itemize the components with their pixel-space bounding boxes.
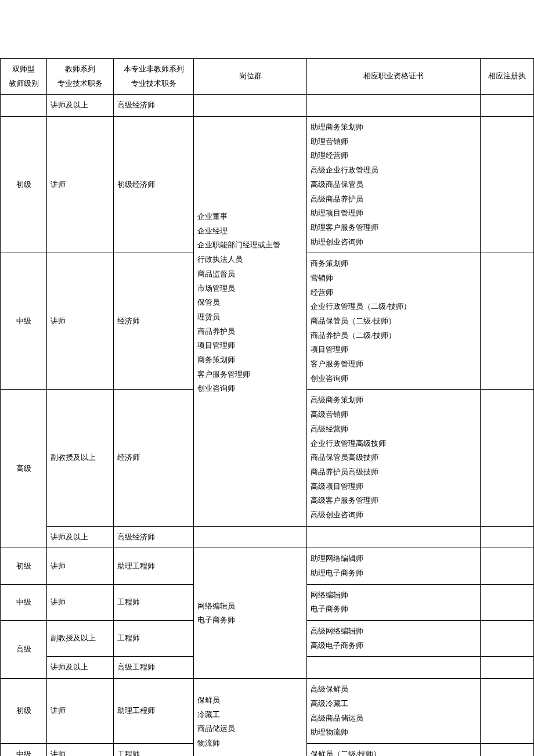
cell-nonteacher-title: 初级经济师 (114, 117, 194, 253)
cell-certs: 保鲜员（二级/技师） (307, 743, 481, 756)
header-nonteacher-title: 本专业非教师系列专业技术职务 (114, 59, 194, 95)
cell-certs (307, 657, 481, 679)
cell-nonteacher-title: 工程师 (114, 621, 194, 657)
cell-level: 初级 (1, 679, 47, 744)
cell-positions: 保鲜员冷藏工商品储运员物流师 (194, 679, 307, 756)
header-register: 相应注册执 (481, 59, 534, 95)
cell-positions (194, 526, 307, 548)
cell-teacher-title: 讲师 (47, 253, 114, 390)
cell-nonteacher-title: 工程师 (114, 743, 194, 756)
cell-register (481, 390, 534, 526)
cell-nonteacher-title: 高级工程师 (114, 657, 194, 679)
cell-nonteacher-title: 高级经济师 (114, 526, 194, 548)
header-row: 双师型教师级别 教师系列专业技术职务 本专业非教师系列专业技术职务 岗位群 相应… (1, 59, 534, 95)
cell-certs: 高级商务策划师高级营销师高级经营师企业行政管理高级技师商品保管员高级技师商品养护… (307, 390, 481, 526)
cell-register (481, 679, 534, 744)
cell-register (481, 548, 534, 584)
cell-register (481, 743, 534, 756)
cell-nonteacher-title: 助理工程师 (114, 679, 194, 744)
cell-level: 高级 (1, 621, 47, 679)
cell-teacher-title: 副教授及以上 (47, 621, 114, 657)
cell-level (1, 95, 47, 117)
cell-teacher-title: 讲师 (47, 117, 114, 253)
cell-certs (307, 95, 481, 117)
table-row: 讲师及以上 高级经济师 (1, 526, 534, 548)
cell-register (481, 657, 534, 679)
cell-certs: 高级保鲜员高级冷藏工高级商品储运员助理物流师 (307, 679, 481, 744)
qualification-table: 双师型教师级别 教师系列专业技术职务 本专业非教师系列专业技术职务 岗位群 相应… (0, 58, 534, 756)
cell-certs: 商务策划师营销师经营师企业行政管理员（二级/技师）商品保管员（二级/技师）商品养… (307, 253, 481, 390)
cell-register (481, 95, 534, 117)
cell-nonteacher-title: 高级经济师 (114, 95, 194, 117)
cell-teacher-title: 讲师 (47, 584, 114, 620)
cell-nonteacher-title: 助理工程师 (114, 548, 194, 584)
cell-nonteacher-title: 经济师 (114, 390, 194, 526)
cell-teacher-title: 讲师 (47, 548, 114, 584)
cell-teacher-title: 讲师 (47, 743, 114, 756)
cell-teacher-title: 讲师及以上 (47, 526, 114, 548)
header-level: 双师型教师级别 (1, 59, 47, 95)
cell-register (481, 253, 534, 390)
cell-level: 中级 (1, 743, 47, 756)
cell-teacher-title: 副教授及以上 (47, 390, 114, 526)
cell-level: 中级 (1, 584, 47, 620)
cell-teacher-title: 讲师及以上 (47, 95, 114, 117)
header-teacher-title: 教师系列专业技术职务 (47, 59, 114, 95)
cell-certs: 高级网络编辑师高级电子商务师 (307, 621, 481, 657)
cell-certs: 网络编辑师电子商务师 (307, 584, 481, 620)
header-positions: 岗位群 (194, 59, 307, 95)
cell-level: 高级 (1, 390, 47, 548)
cell-certs (307, 526, 481, 548)
cell-nonteacher-title: 经济师 (114, 253, 194, 390)
cell-positions (194, 95, 307, 117)
table-row: 初级 讲师 助理工程师 保鲜员冷藏工商品储运员物流师 高级保鲜员高级冷藏工高级商… (1, 679, 534, 744)
cell-positions: 网络编辑员电子商务师 (194, 548, 307, 679)
cell-certs: 助理网络编辑师助理电子商务师 (307, 548, 481, 584)
cell-level: 初级 (1, 117, 47, 253)
cell-teacher-title: 讲师 (47, 679, 114, 744)
cell-register (481, 584, 534, 620)
cell-positions: 企业董事企业经理企业职能部门经理或主管行政执法人员商品监督员市场管理员保管员理货… (194, 117, 307, 527)
cell-certs: 助理商务策划师助理营销师助理经营师高级企业行政管理员高级商品保管员高级商品养护员… (307, 117, 481, 253)
header-certs: 相应职业资格证书 (307, 59, 481, 95)
table-row: 讲师及以上 高级经济师 (1, 95, 534, 117)
cell-nonteacher-title: 工程师 (114, 584, 194, 620)
table-row: 初级 讲师 初级经济师 企业董事企业经理企业职能部门经理或主管行政执法人员商品监… (1, 117, 534, 253)
cell-level: 初级 (1, 548, 47, 584)
cell-level: 中级 (1, 253, 47, 390)
cell-register (481, 621, 534, 657)
cell-teacher-title: 讲师及以上 (47, 657, 114, 679)
table-row: 初级 讲师 助理工程师 网络编辑员电子商务师 助理网络编辑师助理电子商务师 (1, 548, 534, 584)
cell-register (481, 526, 534, 548)
cell-register (481, 117, 534, 253)
